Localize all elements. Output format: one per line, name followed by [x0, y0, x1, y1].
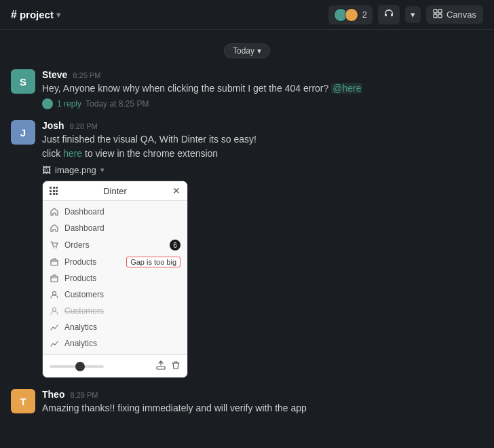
- message-josh: J Josh 8:28 PM Just finished the visual …: [11, 120, 483, 378]
- date-pill[interactable]: Today ▾: [224, 43, 270, 58]
- headphone-icon: [383, 8, 394, 21]
- ext-close-icon[interactable]: ✕: [172, 185, 180, 196]
- svg-rect-1: [438, 10, 442, 13]
- message-content-steve: Steve 8:25 PM Hey, Anyone know why when …: [42, 69, 483, 109]
- box-icon-2: [50, 274, 59, 283]
- message-header-steve: Steve 8:25 PM: [42, 69, 483, 80]
- messages-area: Today ▾ S Steve 8:25 PM Hey, Anyone know…: [0, 30, 494, 448]
- timestamp-theo: 8:29 PM: [70, 391, 98, 399]
- ext-nav-analytics2[interactable]: Analytics: [43, 335, 187, 352]
- date-chevron-icon: ▾: [257, 46, 261, 56]
- members-button[interactable]: 2: [328, 5, 373, 24]
- message-content-josh: Josh 8:28 PM Just finished the visual QA…: [42, 120, 483, 378]
- mention-here[interactable]: @here: [331, 83, 362, 94]
- avatar-josh: J: [11, 120, 35, 145]
- grid-icon: [50, 187, 58, 195]
- canvas-icon: [433, 9, 442, 20]
- header-right: 2 ▾ Canvas: [328, 5, 483, 24]
- channel-title[interactable]: # project ▾: [11, 9, 60, 21]
- trash-icon[interactable]: [171, 360, 180, 372]
- ext-title: Dinter: [103, 186, 127, 196]
- home-icon-2: [50, 223, 59, 233]
- avatar-steve: S: [11, 69, 35, 94]
- ext-nav-products2[interactable]: Products: [43, 270, 187, 286]
- ext-label-products2: Products: [64, 274, 96, 283]
- ext-nav-orders[interactable]: Orders 6: [43, 236, 187, 254]
- svg-rect-6: [51, 260, 58, 265]
- svg-point-8: [53, 292, 56, 295]
- canvas-button[interactable]: Canvas: [426, 5, 483, 24]
- ext-slider[interactable]: [50, 365, 104, 368]
- message-header-josh: Josh 8:28 PM: [42, 120, 483, 131]
- ext-label-customers1: Customers: [64, 290, 104, 299]
- avatar-stack: [334, 8, 358, 22]
- svg-rect-3: [438, 14, 442, 18]
- header-left: # project ▾: [11, 9, 60, 21]
- ext-nav-dashboard1[interactable]: Dashboard: [43, 204, 187, 220]
- message-text-josh-1: Just finished the visual QA, With Dinter…: [42, 132, 483, 147]
- message-text-josh-2: click here to view in the chrome extensi…: [42, 147, 483, 161]
- message-content-theo: Theo 8:29 PM Amazing thanks!! fixing imm…: [42, 389, 483, 415]
- ext-label-analytics1: Analytics: [64, 322, 97, 332]
- chart-icon-2: [50, 339, 59, 348]
- screenshot-container: Dinter ✕ Dashboard: [42, 181, 188, 378]
- attachment-chevron-icon: ▾: [100, 166, 104, 174]
- home-icon: [50, 207, 59, 217]
- message-text-steve: Hey, Anyone know why when clicking the s…: [42, 81, 483, 96]
- attachment-label[interactable]: 🖼 image.png ▾: [42, 165, 483, 175]
- message-steve: S Steve 8:25 PM Hey, Anyone know why whe…: [11, 69, 483, 109]
- ext-nav-dashboard2[interactable]: Dashboard: [43, 220, 187, 236]
- here-link[interactable]: here: [63, 148, 82, 159]
- ext-label-analytics2: Analytics: [64, 339, 97, 348]
- channel-chevron-icon: ▾: [56, 10, 60, 20]
- member-avatar-2: [345, 8, 358, 22]
- reply-time: Today at 8:25 PM: [86, 99, 149, 109]
- message-header-theo: Theo 8:29 PM: [42, 389, 483, 400]
- svg-point-9: [53, 308, 56, 312]
- chevron-down-icon: ▾: [411, 10, 415, 20]
- svg-rect-0: [434, 10, 437, 13]
- timestamp-steve: 8:25 PM: [73, 71, 100, 79]
- svg-rect-2: [434, 14, 437, 18]
- ext-label-products1: Products: [64, 257, 96, 267]
- chevron-button[interactable]: ▾: [405, 6, 421, 23]
- ext-nav-customers2[interactable]: Customers: [43, 303, 187, 319]
- username-theo: Theo: [42, 389, 64, 400]
- ext-footer: [43, 354, 187, 377]
- headphone-button[interactable]: [378, 5, 400, 24]
- ext-header: Dinter ✕: [43, 181, 187, 201]
- reply-avatar-icon: [42, 98, 53, 109]
- ext-nav-analytics1[interactable]: Analytics: [43, 319, 187, 335]
- date-divider: Today ▾: [11, 43, 483, 58]
- svg-rect-10: [157, 367, 165, 369]
- upload-icon[interactable]: [156, 360, 166, 372]
- ext-label-dashboard1: Dashboard: [64, 207, 104, 217]
- cart-icon: [50, 240, 59, 250]
- avatar-theo: T: [11, 389, 35, 413]
- ext-label-orders: Orders: [64, 240, 90, 250]
- attachment-filename: image.png: [55, 165, 96, 175]
- message-text-theo: Amazing thanks!! fixing immediately and …: [42, 401, 483, 415]
- theo-text: Amazing thanks!! fixing immediately and …: [42, 403, 307, 413]
- ext-footer-icons: [156, 360, 180, 372]
- channel-name-text: project: [20, 9, 54, 20]
- date-label: Today: [233, 46, 254, 56]
- reply-count: 1 reply: [57, 99, 81, 109]
- svg-rect-7: [51, 276, 58, 282]
- ext-nav-customers1[interactable]: Customers: [43, 286, 187, 303]
- ext-label-dashboard2: Dashboard: [64, 223, 104, 233]
- orders-badge: 6: [170, 240, 180, 250]
- steve-text: Hey, Anyone know why when clicking the s…: [42, 83, 328, 94]
- box-icon: [50, 257, 59, 267]
- username-steve: Steve: [42, 69, 67, 80]
- channel-header: # project ▾ 2 ▾: [0, 0, 494, 30]
- svg-point-5: [56, 247, 57, 248]
- ext-label-customers2: Customers: [64, 306, 104, 316]
- ext-body: Dashboard Dashboard Orders: [43, 201, 187, 354]
- file-icon: 🖼: [42, 165, 51, 175]
- hash-icon: #: [11, 9, 17, 21]
- reply-indicator[interactable]: 1 reply Today at 8:25 PM: [42, 98, 483, 109]
- josh-text-2b: to view in the chrome extension: [82, 148, 218, 159]
- ext-nav-products1[interactable]: Products Gap is too big: [43, 254, 187, 270]
- josh-text-2a: click: [42, 148, 63, 159]
